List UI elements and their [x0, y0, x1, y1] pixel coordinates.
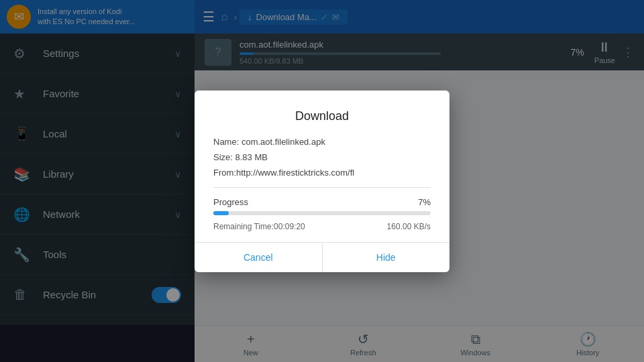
dialog-size-row: Size: 8.83 MB — [213, 152, 431, 162]
dialog-progress-bar — [213, 211, 431, 215]
modal-overlay: Download Name: com.aot.filelinked.apk Si… — [0, 0, 644, 362]
dialog-progress-header: Progress 7% — [213, 197, 431, 207]
dialog-progress-footer: Remaining Time:00:09:20 160.00 KB/s — [213, 222, 431, 231]
dialog-title: Download — [213, 109, 431, 123]
dialog-from-row: From:http://www.firesticktricks.com/fl — [213, 168, 431, 178]
download-dialog: Download Name: com.aot.filelinked.apk Si… — [195, 90, 449, 272]
dialog-progress-fill — [213, 211, 229, 215]
dialog-name-row: Name: com.aot.filelinked.apk — [213, 137, 431, 147]
hide-button[interactable]: Hide — [323, 243, 450, 272]
cancel-button[interactable]: Cancel — [195, 243, 322, 272]
dialog-divider — [213, 187, 431, 188]
dialog-buttons: Cancel Hide — [195, 242, 449, 272]
